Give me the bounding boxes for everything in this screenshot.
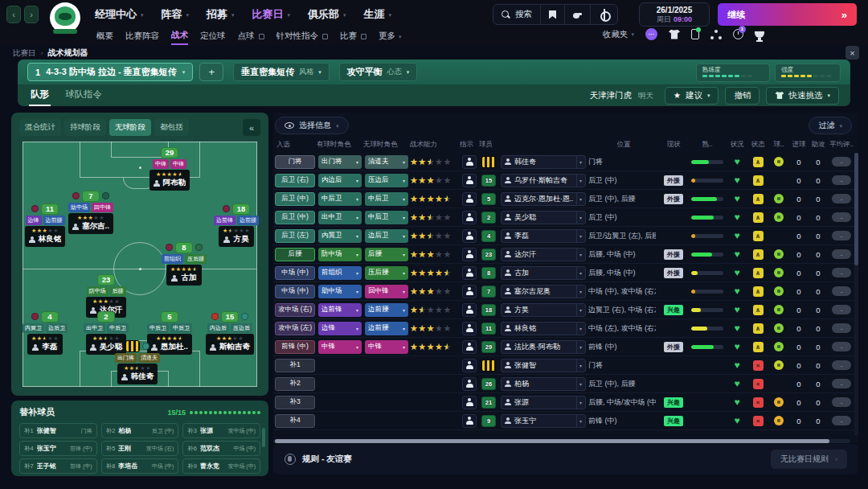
- role-offball-dropdown[interactable]: 清道夫▾: [365, 155, 408, 169]
- phase-tab-持球阶段[interactable]: 持球阶段: [64, 119, 106, 136]
- role-offball-dropdown[interactable]: 压边后▾: [365, 174, 408, 187]
- no-matchday-rules-button[interactable]: 无比赛日规则 ›: [771, 450, 847, 469]
- role-offball-dropdown[interactable]: 中锋▾: [365, 340, 408, 354]
- column-header[interactable]: 状态: [747, 140, 768, 150]
- sub-item-补6[interactable]: 补6范双杰中场 (中): [182, 441, 260, 456]
- instructions-button[interactable]: [462, 359, 477, 372]
- role-onball-dropdown[interactable]: 边锋▾: [318, 322, 362, 335]
- role-onball-dropdown[interactable]: 出门将▾: [318, 155, 362, 169]
- instructions-button[interactable]: [462, 192, 477, 206]
- phase-tab-都包括[interactable]: 都包括: [154, 119, 189, 136]
- selection-button[interactable]: 攻中场 (左): [275, 322, 315, 335]
- column-header[interactable]: 球员: [479, 140, 498, 150]
- column-header[interactable]: 位置: [588, 140, 659, 150]
- instructions-button[interactable]: [462, 155, 477, 169]
- tactic-board-icon[interactable]: [710, 30, 722, 39]
- style-dropdown[interactable]: 垂直密集短传 风格 ▾: [233, 63, 330, 81]
- tactic-preset-dropdown[interactable]: 1 4-3-3 防中场 拉边 - 垂直密集短传 ▾: [27, 63, 193, 81]
- player-dropdown[interactable]: 古加▾: [501, 266, 586, 280]
- continue-button[interactable]: 继续 »: [718, 3, 857, 26]
- sub-item-补9[interactable]: 补9曹永竞攻中场 (中): [182, 458, 260, 474]
- instructions-button[interactable]: [462, 303, 477, 317]
- phase-tab-无球阶段[interactable]: 无球阶段: [109, 119, 151, 136]
- column-header[interactable]: 球..: [768, 140, 789, 150]
- tactic-tab-队形[interactable]: 队形: [29, 84, 51, 106]
- selection-button[interactable]: 后卫 (右): [275, 174, 315, 187]
- breadcrumb-section[interactable]: 比赛日: [13, 48, 36, 59]
- settings-button[interactable]: [591, 5, 617, 24]
- trophy-icon[interactable]: [755, 31, 764, 38]
- column-header[interactable]: 助攻: [809, 140, 828, 150]
- pitch-player-古加[interactable]: 8前组织压后腰★★★★★★★★★★古加: [140, 241, 228, 286]
- instructions-button[interactable]: [462, 414, 477, 428]
- vertical-scrollbar[interactable]: [854, 153, 858, 436]
- collapse-panel-button[interactable]: «: [243, 119, 260, 136]
- cards-icon[interactable]: [691, 29, 699, 39]
- selection-button[interactable]: 攻中场 (右): [275, 303, 315, 317]
- column-header[interactable]: 有球时角色: [317, 140, 363, 150]
- player-dropdown[interactable]: 张健智▾: [501, 359, 586, 372]
- player-dropdown[interactable]: 柏杨▾: [501, 377, 586, 391]
- role-onball-dropdown[interactable]: 内翼卫▾: [318, 229, 362, 243]
- selection-button[interactable]: 后卫 (中): [275, 211, 315, 224]
- undo-button[interactable]: 撤销: [725, 87, 760, 105]
- selection-button[interactable]: 后腰: [275, 248, 315, 261]
- close-button[interactable]: ×: [845, 46, 859, 60]
- game-date[interactable]: 26/1/2025 周日09:00: [639, 2, 710, 27]
- filter-dropdown[interactable]: 过滤 ▾: [809, 117, 852, 134]
- role-onball-dropdown[interactable]: 中后卫▾: [318, 192, 362, 206]
- role-offball-dropdown[interactable]: 后腰▾: [365, 248, 408, 261]
- player-dropdown[interactable]: 张源▾: [501, 396, 586, 409]
- subnav-item-更多[interactable]: 更多▾: [379, 31, 402, 44]
- column-header[interactable]: 现状: [659, 140, 688, 150]
- instructions-button[interactable]: [462, 396, 477, 409]
- role-onball-dropdown[interactable]: 前组织▾: [318, 266, 362, 280]
- player-dropdown[interactable]: 林良铭▾: [501, 322, 586, 335]
- role-onball-dropdown[interactable]: 内边后▾: [318, 174, 362, 187]
- pitch-player-韩佳奇[interactable]: 出门将清道夫★★★★★★★★★★韩佳奇: [93, 340, 182, 384]
- column-header[interactable]: 入选: [273, 140, 317, 150]
- role-onball-dropdown[interactable]: 防中场▾: [318, 248, 362, 261]
- add-tactic-button[interactable]: +: [199, 63, 223, 81]
- player-dropdown[interactable]: 韩佳奇▾: [501, 155, 586, 169]
- role-onball-dropdown[interactable]: 出中卫▾: [318, 211, 362, 224]
- role-onball-dropdown[interactable]: 中锋▾: [318, 340, 362, 354]
- selection-button[interactable]: 中场 (中): [275, 266, 315, 280]
- sub-item-补1[interactable]: 补1张健智门将: [19, 423, 97, 438]
- selection-button[interactable]: 补2: [275, 377, 315, 391]
- role-offball-dropdown[interactable]: 边后卫▾: [365, 229, 408, 243]
- tactic-tab-球队指令[interactable]: 球队指令: [63, 84, 104, 106]
- instructions-button[interactable]: [462, 285, 477, 298]
- nav-item-阵容[interactable]: 阵容▾: [162, 7, 190, 22]
- horizontal-scrollbar[interactable]: [273, 439, 850, 443]
- forward-button[interactable]: ›: [24, 6, 39, 23]
- sub-item-补3[interactable]: 补3张源攻中场 (中): [182, 423, 260, 438]
- role-offball-dropdown[interactable]: 中后卫▾: [365, 211, 408, 224]
- suggest-button[interactable]: ★ 建议 ▾: [665, 87, 719, 105]
- role-offball-dropdown[interactable]: 中后卫▾: [365, 192, 408, 206]
- nav-item-比赛日[interactable]: 比赛日▾: [252, 7, 291, 22]
- sub-item-补4[interactable]: 补4张玉宁前锋 (中): [19, 441, 97, 456]
- phase-tab-混合统计[interactable]: 混合统计: [19, 119, 61, 136]
- nav-item-俱乐部[interactable]: 俱乐部▾: [308, 7, 346, 22]
- subnav-item-点球[interactable]: 点球: [238, 31, 264, 44]
- substitutes-scrollbar[interactable]: [262, 428, 265, 447]
- instructions-button[interactable]: [462, 229, 477, 243]
- subnav-item-战术[interactable]: 战术: [171, 30, 188, 45]
- player-dropdown[interactable]: 达尔汗▾: [501, 248, 586, 261]
- player-dropdown[interactable]: 方昊▾: [501, 303, 586, 317]
- role-offball-dropdown[interactable]: 压后腰▾: [365, 266, 408, 280]
- column-header[interactable]: 平均评..: [828, 140, 855, 150]
- player-dropdown[interactable]: 塞尔吉尼奥▾: [501, 285, 586, 298]
- role-onball-dropdown[interactable]: 边前锋▾: [318, 303, 362, 317]
- instructions-button[interactable]: [462, 322, 477, 335]
- sub-item-补7[interactable]: 补7王子铭前锋 (中): [19, 458, 97, 474]
- quick-pick-button[interactable]: 快速挑选 ▾: [766, 87, 839, 105]
- role-offball-dropdown[interactable]: 回中锋▾: [365, 285, 408, 298]
- player-dropdown[interactable]: 迈克尔·恩加杜·恩..▾: [501, 192, 586, 206]
- select-info-dropdown[interactable]: 选择信息 ▾: [275, 117, 349, 134]
- player-dropdown[interactable]: 乌罗什·斯帕吉奇▾: [501, 174, 586, 187]
- selection-button[interactable]: 补4: [275, 414, 315, 428]
- clock-icon[interactable]: [733, 29, 743, 39]
- column-header[interactable]: 指示: [460, 140, 479, 150]
